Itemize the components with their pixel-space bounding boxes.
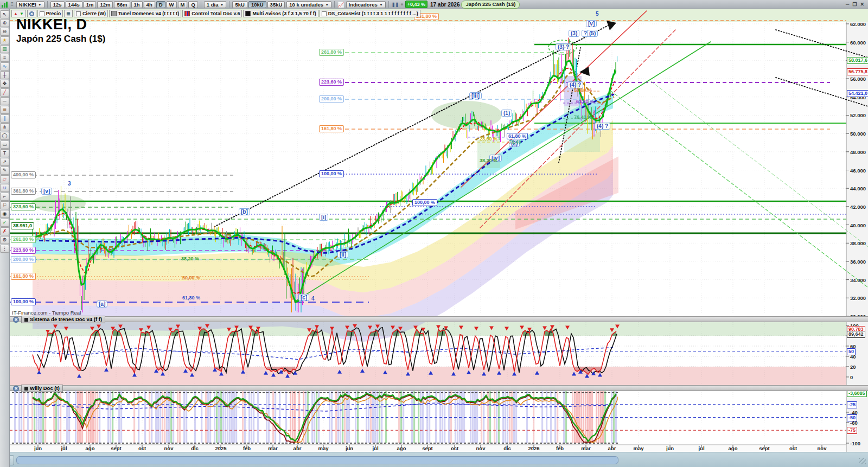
timeframe-button-56m[interactable]: 56m [114,1,130,8]
channel-icon[interactable]: ∥ [0,114,9,123]
pitchfork-icon[interactable]: ⋔ [0,123,9,131]
willy-panel-area[interactable] [10,389,846,444]
price-tick-label: 44.000 [850,185,866,191]
line-chart-icon[interactable]: ∿ [0,62,9,71]
time-axis-label: ago [86,445,95,451]
price-badge: 58.017,6 [847,57,868,64]
close-pane-icon[interactable]: ✕ [27,10,36,17]
horizontal-line-icon[interactable]: ─ [0,97,9,105]
text-icon[interactable]: T [0,149,9,157]
unit-button-10kU[interactable]: 10kU [248,1,266,8]
fibonacci-icon[interactable]: ≣ [0,106,9,114]
minimize-icon[interactable]: ─ [846,2,849,7]
retracement-percent-label: 38,20 % [181,256,199,261]
legend-chip[interactable]: Tunel Domenec v4 (t t t t t) [109,10,181,17]
move-icon[interactable]: ✥ [0,80,9,88]
flag-icon[interactable]: ⚐ [0,201,9,209]
settings-icon[interactable]: ⚙ [0,236,9,244]
pencil-icon[interactable]: ✎ [0,167,9,175]
panel-separator[interactable] [0,385,868,391]
elliott-wave-label: (3) [569,30,579,37]
close-panel-icon[interactable]: ✕ [13,317,19,323]
timeframe-button-W[interactable]: W [167,1,177,8]
oscillator-panel-area[interactable] [10,321,846,386]
elliott-wave-label: [c] [298,294,309,301]
eraser-icon[interactable]: ▱ [0,175,9,183]
list-settings-icon[interactable]: ≣ [64,10,73,17]
timeframe-button-1h[interactable]: 1h [131,1,143,8]
check-icon[interactable]: ✓ [0,219,9,227]
cursor-icon[interactable]: ↖ [0,10,9,18]
willy-panel-title[interactable]: Willy Doc (t) [21,385,63,392]
zoom-in-icon[interactable]: ⊕ [0,19,9,27]
timeframe-button-D[interactable]: D [156,1,165,8]
pause-icon[interactable]: ❚❚ [392,2,399,7]
close-tool-icon[interactable]: ✗ [0,227,9,235]
legend-chip[interactable]: DS_CotasHist (1 t t t 3 1 1 t f f f f f … [320,10,420,17]
more-dots-icon[interactable]: ⋮ [0,245,9,253]
close-icon[interactable]: ✕ [860,2,864,7]
timeframe-button-144s[interactable]: 144s [66,1,82,8]
restore-icon[interactable]: ❐ [852,2,857,7]
timeframe-button-Q[interactable]: Q [188,1,197,8]
checkbox[interactable] [322,11,327,16]
checkbox[interactable] [40,11,44,16]
legend-chip-label: Precio [46,11,61,16]
trendline-icon[interactable]: ╱ [0,88,9,97]
interval-dropdown[interactable]: 1 día▼ [204,1,227,8]
list-icon: ≣ [66,11,71,16]
provider-watermark: IT-Finance.com - Tiempo Real [12,310,81,316]
oscillator-panel-title[interactable]: Sistema de trenes Doc v4 (f f) [21,316,105,323]
timeframe-button-4h[interactable]: 4h [144,1,155,8]
retracement-percent-label: 76,40 [509,139,521,145]
time-axis-label: jul [372,445,378,451]
unit-button-35kU[interactable]: 35kU [267,1,285,8]
legend-chip[interactable]: Control Total Doc v.6 [182,10,242,17]
timeframe-button-12s[interactable]: 12s [50,1,65,8]
retracement-percent-label: 61,80 % [507,133,528,139]
fibonacci-level-label: 100,00 % [11,298,36,305]
reorder-arrows-icon[interactable]: ▲▼ [11,10,26,17]
legend-chip[interactable]: Multi Avisos (3 f 3 1,5 70 f f) [243,10,318,17]
star-icon[interactable]: ★ [0,36,9,44]
unit-button-5kU[interactable]: 5kU [232,1,247,8]
ellipse-icon[interactable]: ◯ [0,132,9,140]
units-dropdown[interactable]: 10 k unidades▼ [286,1,331,8]
legend-chip[interactable]: Cierre (W) [74,10,108,17]
fibonacci-level-label: 223,60 % [11,247,36,254]
symbol-selector[interactable]: NIKKEI▼ [16,1,44,8]
indicator-swatch-icon [111,11,117,16]
horizontal-scrollbar[interactable] [16,456,618,464]
indicators-button[interactable]: Indicadores▼ [346,1,386,8]
legend-chip[interactable]: Precio [37,10,63,17]
main-chart-area[interactable] [10,9,846,316]
close-panel-icon[interactable]: ✕ [13,386,19,392]
record-icon[interactable]: ● [400,2,403,7]
elliott-wave-label: (5) [587,30,598,37]
time-axis-label: mar [268,445,277,451]
layout-grid-icon[interactable]: ⠿ [10,2,15,7]
price-tick-label: 32.000 [850,295,866,301]
rectangle-icon[interactable]: ▭ [0,140,9,149]
magnet-icon[interactable]: ∪ [0,184,9,192]
fibonacci-level-label: 200,00 % [11,256,36,263]
bars-icon[interactable]: ≡ [0,54,9,62]
timeframe-button-12m[interactable]: 12m [97,1,113,8]
checkbox[interactable] [76,11,81,16]
panel-separator[interactable] [0,316,868,322]
timeframe-button-M[interactable]: M [178,1,188,8]
down-arrow-icon: ▼ [20,11,24,16]
elliott-wave-label: (1) [501,110,512,117]
ruler-icon[interactable]: ⌐ [0,193,9,201]
crosshair-icon[interactable]: ┼ [0,71,9,79]
time-axis-label: oct [451,445,458,451]
timeframe-button-1m[interactable]: 1m [84,1,97,8]
snapshot-icon[interactable]: ◉ [0,210,9,218]
zoom-out-icon[interactable]: ⊖ [0,28,9,36]
arrow-icon[interactable]: ↗ [0,158,9,166]
chart-title: NIKKEI, D [16,16,87,33]
candles-icon[interactable]: ▥ [0,45,9,53]
time-axis-label: oct [138,445,146,451]
fibonacci-level-label: 161,80 % [11,273,36,280]
resize-grip-icon[interactable] [859,458,866,464]
